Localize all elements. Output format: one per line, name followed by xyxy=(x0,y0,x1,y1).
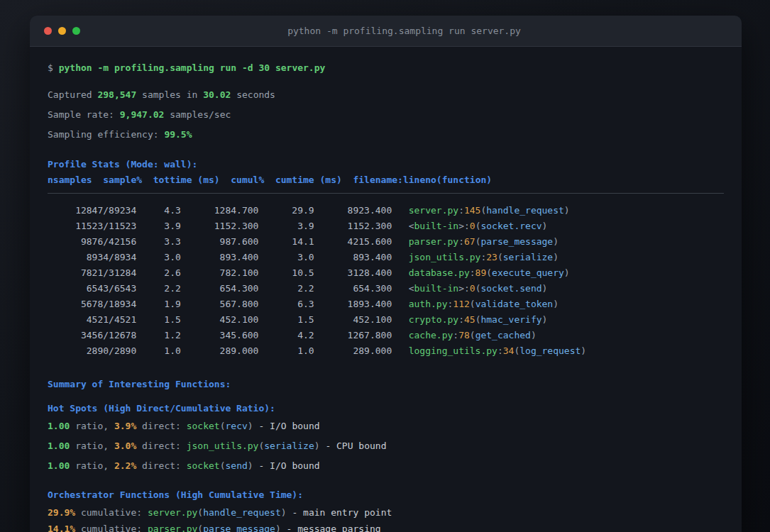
profile-stats-heading: Profile Stats (Mode: wall): xyxy=(48,159,724,170)
filename: built-in xyxy=(414,221,459,231)
tottime-cell: 1152.300 xyxy=(181,218,259,234)
function-name: get_cached xyxy=(475,330,531,340)
filename: crypto.py xyxy=(409,314,458,325)
filename: database.py xyxy=(409,267,470,278)
filename: server.py xyxy=(409,205,458,216)
captured-label: Captured xyxy=(48,89,92,100)
direct-label: direct: xyxy=(136,460,186,471)
paren: ( xyxy=(220,460,226,471)
cumul-pct-cell: 10.5 xyxy=(258,265,314,281)
colon: : xyxy=(497,345,503,356)
cumulative-label: cumulative: xyxy=(75,507,148,518)
hotspot-lines: 1.00 ratio, 3.9% direct: socket(recv) - … xyxy=(48,421,724,472)
hotspot-line: 1.00 ratio, 3.0% direct: json_utils.py(s… xyxy=(48,440,724,452)
efficiency-value: 99.5% xyxy=(164,129,192,140)
function-location: auth.py:112(validate_token) xyxy=(409,299,559,309)
sample-pct-cell: 3.9 xyxy=(136,218,181,234)
tottime-cell: 1284.700 xyxy=(181,203,259,218)
orchestrator-line: 29.9% cumulative: server.py(handle_reque… xyxy=(48,507,724,519)
cumtime-cell: 1893.400 xyxy=(314,297,392,312)
hotspots-heading: Hot Spots (High Direct/Cumulative Ratio)… xyxy=(48,403,724,414)
ratio-label: ratio, xyxy=(70,440,114,451)
tottime-cell: 289.000 xyxy=(181,343,259,359)
hotspot-note: - I/O bound xyxy=(253,421,320,431)
cumulative-label: cumulative: xyxy=(75,523,148,532)
rate-value: 9,947.02 xyxy=(120,109,165,120)
filename: logging_utils.py xyxy=(409,345,497,356)
command-text: python -m profiling.sampling run -d 30 s… xyxy=(59,62,326,73)
line-number: 45 xyxy=(464,314,475,325)
target-name: server.py xyxy=(148,507,197,518)
captured-samples-line: Captured 298,547 samples in 30.02 second… xyxy=(48,89,724,101)
filename: cache.py xyxy=(409,330,453,340)
direct-label: direct: xyxy=(136,440,186,451)
paren: ( xyxy=(470,330,475,340)
paren: ( xyxy=(497,252,503,262)
cumtime-cell: 289.000 xyxy=(314,343,392,359)
window-titlebar: python -m profiling.sampling run server.… xyxy=(30,16,742,47)
paren: ) xyxy=(553,252,559,262)
profile-row: 9876/421563.3987.60014.14215.600parser.p… xyxy=(48,234,724,250)
direct-pct: 2.2% xyxy=(114,460,136,471)
hotspot-note: - CPU bound xyxy=(320,440,387,451)
sample-pct-cell: 3.3 xyxy=(136,234,181,250)
nsamples-cell: 12847/89234 xyxy=(48,203,136,218)
cumul-pct-cell: 6.3 xyxy=(258,297,314,312)
cumtime-cell: 452.100 xyxy=(314,312,392,328)
profile-rows: 12847/892344.31284.70029.98923.400server… xyxy=(48,203,724,359)
function-name: serialize xyxy=(264,440,314,451)
colon: : xyxy=(453,330,458,340)
filename: json_utils.py xyxy=(409,252,481,262)
tottime-cell: 567.800 xyxy=(181,297,259,312)
window-title: python -m profiling.sampling run server.… xyxy=(48,26,742,36)
function-location: database.py:89(execute_query) xyxy=(409,267,570,278)
ratio-label: ratio, xyxy=(70,460,114,471)
line-number: 0 xyxy=(470,221,475,231)
paren: ) xyxy=(248,421,253,431)
direct-pct: 3.9% xyxy=(114,421,136,431)
sample-pct-cell: 1.9 xyxy=(136,297,181,312)
function-location: logging_utils.py:34(log_request) xyxy=(409,345,586,356)
angle-bracket: < xyxy=(409,283,414,294)
function-name: socket.send xyxy=(480,283,541,294)
paren: ) xyxy=(553,299,559,309)
cumul-pct-cell: 2.2 xyxy=(258,281,314,297)
cumul-pct-cell: 1.0 xyxy=(258,343,314,359)
shell-prompt-line: $ python -m profiling.sampling run -d 30… xyxy=(48,62,724,74)
nsamples-cell: 11523/11523 xyxy=(48,218,136,234)
cumtime-cell: 893.400 xyxy=(314,250,392,265)
table-divider xyxy=(48,193,724,194)
hotspot-line: 1.00 ratio, 2.2% direct: socket(send) - … xyxy=(48,460,724,472)
paren: ) xyxy=(531,330,537,340)
line-number: 23 xyxy=(486,252,497,262)
cumul-pct-cell: 14.1 xyxy=(258,234,314,250)
ratio-value: 1.00 xyxy=(48,440,70,451)
paren: ) xyxy=(581,345,586,356)
orchestrator-lines: 29.9% cumulative: server.py(handle_reque… xyxy=(48,507,724,532)
paren: ) xyxy=(281,507,287,518)
hotspot-line: 1.00 ratio, 3.9% direct: socket(recv) - … xyxy=(48,421,724,432)
function-location: crypto.py:45(hmac_verify) xyxy=(409,314,548,325)
paren: ) xyxy=(542,283,548,294)
paren: ) xyxy=(542,314,548,325)
cumul-pct-cell: 3.0 xyxy=(258,250,314,265)
profile-row: 6543/65432.2654.3002.2654.300<built-in>:… xyxy=(48,281,724,297)
duration-value: 30.02 xyxy=(203,89,231,100)
colon: : xyxy=(470,267,475,278)
profile-row: 4521/45211.5452.1001.5452.100crypto.py:4… xyxy=(48,312,724,328)
angle-bracket: < xyxy=(409,221,414,231)
rate-label: Sample rate: xyxy=(48,109,114,120)
cumtime-cell: 654.300 xyxy=(314,281,392,297)
profile-table-header: nsamples sample% tottime (ms) cumul% cum… xyxy=(48,174,724,186)
tottime-cell: 345.600 xyxy=(181,328,259,343)
function-name: send xyxy=(226,460,248,471)
nsamples-cell: 3456/12678 xyxy=(48,328,136,343)
colon: : xyxy=(458,205,464,216)
profile-row: 12847/892344.31284.70029.98923.400server… xyxy=(48,203,724,218)
sampling-efficiency-line: Sampling efficiency: 99.5% xyxy=(48,129,724,140)
function-name: handle_request xyxy=(486,205,564,216)
cumtime-cell: 1267.800 xyxy=(314,328,392,343)
function-location: json_utils.py:23(serialize) xyxy=(409,252,559,262)
sample-pct-cell: 3.0 xyxy=(136,250,181,265)
line-number: 34 xyxy=(503,345,515,356)
